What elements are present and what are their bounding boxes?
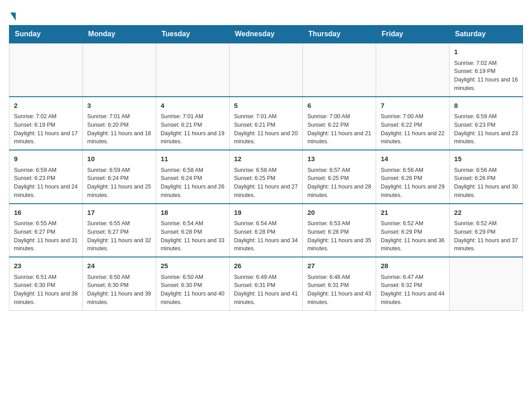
day-number: 14 — [381, 154, 445, 164]
day-info-line: Sunset: 6:25 PM — [307, 174, 371, 183]
day-info-line: Sunrise: 6:47 AM — [381, 273, 445, 282]
calendar-cell: 23Sunrise: 6:51 AMSunset: 6:30 PMDayligh… — [9, 257, 83, 310]
day-info-line: Sunrise: 7:01 AM — [161, 112, 225, 121]
day-info-line: Sunset: 6:24 PM — [87, 174, 151, 183]
calendar-cell — [229, 43, 303, 97]
day-info-line: Daylight: 11 hours and 36 minutes. — [381, 236, 445, 253]
day-info-line: Daylight: 11 hours and 44 minutes. — [381, 290, 445, 307]
day-number: 20 — [307, 208, 371, 218]
calendar-cell: 27Sunrise: 6:48 AMSunset: 6:31 PMDayligh… — [303, 257, 376, 310]
day-info-line: Daylight: 11 hours and 18 minutes. — [87, 129, 151, 146]
calendar-cell: 7Sunrise: 7:00 AMSunset: 6:22 PMDaylight… — [376, 97, 450, 150]
calendar-week-1: 1Sunrise: 7:02 AMSunset: 6:19 PMDaylight… — [9, 43, 523, 97]
day-info-line: Sunset: 6:32 PM — [381, 281, 445, 290]
day-number: 25 — [161, 261, 225, 271]
day-number: 21 — [381, 208, 445, 218]
day-info-line: Sunrise: 6:56 AM — [454, 166, 518, 175]
weekday-header-sunday: Sunday — [9, 26, 83, 43]
day-info-line: Sunset: 6:28 PM — [307, 228, 371, 236]
day-number: 5 — [234, 101, 298, 111]
calendar-cell — [156, 43, 229, 97]
day-info-line: Sunset: 6:27 PM — [14, 228, 78, 236]
day-info-line: Sunrise: 7:02 AM — [14, 112, 78, 121]
day-info-line: Sunrise: 6:58 AM — [234, 166, 298, 175]
day-info-line: Sunset: 6:19 PM — [14, 121, 78, 129]
calendar-cell: 6Sunrise: 7:00 AMSunset: 6:22 PMDaylight… — [303, 97, 376, 150]
calendar-cell: 25Sunrise: 6:50 AMSunset: 6:30 PMDayligh… — [156, 257, 229, 310]
calendar-cell — [82, 43, 156, 97]
weekday-header-wednesday: Wednesday — [229, 26, 303, 43]
day-info-line: Sunset: 6:27 PM — [87, 228, 151, 236]
day-info-line: Sunset: 6:31 PM — [307, 281, 371, 290]
day-number: 11 — [161, 154, 225, 164]
day-info-line: Daylight: 11 hours and 33 minutes. — [161, 236, 225, 253]
day-info-line: Sunrise: 6:54 AM — [161, 219, 225, 228]
day-info-line: Daylight: 11 hours and 40 minutes. — [161, 290, 225, 307]
day-info-line: Sunrise: 6:48 AM — [307, 273, 371, 282]
weekday-header-friday: Friday — [376, 26, 450, 43]
day-info-line: Sunrise: 6:50 AM — [161, 273, 225, 282]
day-info-line: Sunset: 6:20 PM — [87, 121, 151, 129]
day-number: 28 — [381, 261, 445, 271]
weekday-header-monday: Monday — [82, 26, 156, 43]
day-info-line: Daylight: 11 hours and 16 minutes. — [454, 76, 518, 93]
weekday-header-row: SundayMondayTuesdayWednesdayThursdayFrid… — [9, 26, 523, 43]
day-info-line: Sunrise: 6:59 AM — [14, 166, 78, 175]
calendar-cell: 20Sunrise: 6:53 AMSunset: 6:28 PMDayligh… — [303, 204, 376, 257]
calendar-body: 1Sunrise: 7:02 AMSunset: 6:19 PMDaylight… — [9, 43, 523, 310]
calendar-cell: 5Sunrise: 7:01 AMSunset: 6:21 PMDaylight… — [229, 97, 303, 150]
calendar-cell: 21Sunrise: 6:52 AMSunset: 6:29 PMDayligh… — [376, 204, 450, 257]
day-info-line: Sunrise: 6:58 AM — [161, 166, 225, 175]
day-info-line: Daylight: 11 hours and 41 minutes. — [234, 290, 298, 307]
day-info-line: Sunrise: 7:02 AM — [454, 59, 518, 68]
day-info-line: Sunset: 6:29 PM — [381, 228, 445, 236]
weekday-header-tuesday: Tuesday — [156, 26, 229, 43]
day-info-line: Daylight: 11 hours and 32 minutes. — [87, 236, 151, 253]
calendar-cell: 14Sunrise: 6:56 AMSunset: 6:26 PMDayligh… — [376, 150, 450, 204]
page-header — [9, 9, 523, 21]
day-info-line: Sunset: 6:26 PM — [381, 174, 445, 183]
day-number: 3 — [87, 101, 151, 111]
day-info-line: Sunrise: 6:53 AM — [307, 219, 371, 228]
day-number: 6 — [307, 101, 371, 111]
day-info-line: Daylight: 11 hours and 38 minutes. — [14, 290, 78, 307]
day-info-line: Daylight: 11 hours and 26 minutes. — [161, 183, 225, 200]
day-info-line: Sunset: 6:28 PM — [234, 228, 298, 236]
day-info-line: Daylight: 11 hours and 29 minutes. — [381, 183, 445, 200]
calendar-cell: 28Sunrise: 6:47 AMSunset: 6:32 PMDayligh… — [376, 257, 450, 310]
logo — [9, 9, 16, 21]
day-info-line: Sunset: 6:29 PM — [454, 228, 518, 236]
calendar-cell: 26Sunrise: 6:49 AMSunset: 6:31 PMDayligh… — [229, 257, 303, 310]
day-info-line: Sunrise: 6:52 AM — [381, 219, 445, 228]
calendar-cell — [9, 43, 83, 97]
calendar-week-2: 2Sunrise: 7:02 AMSunset: 6:19 PMDaylight… — [9, 97, 523, 150]
day-info-line: Sunset: 6:26 PM — [454, 174, 518, 183]
day-info-line: Daylight: 11 hours and 34 minutes. — [234, 236, 298, 253]
day-info-line: Daylight: 11 hours and 35 minutes. — [307, 236, 371, 253]
day-info-line: Sunset: 6:22 PM — [381, 121, 445, 129]
day-info-line: Sunset: 6:31 PM — [234, 281, 298, 290]
day-number: 2 — [14, 101, 78, 111]
day-info-line: Sunrise: 6:57 AM — [307, 166, 371, 175]
calendar-cell — [376, 43, 450, 97]
weekday-header-thursday: Thursday — [303, 26, 376, 43]
calendar-table: SundayMondayTuesdayWednesdayThursdayFrid… — [9, 25, 523, 311]
day-info-line: Daylight: 11 hours and 43 minutes. — [307, 290, 371, 307]
day-info-line: Daylight: 11 hours and 37 minutes. — [454, 236, 518, 253]
day-info-line: Daylight: 11 hours and 22 minutes. — [381, 129, 445, 146]
calendar-cell: 12Sunrise: 6:58 AMSunset: 6:25 PMDayligh… — [229, 150, 303, 204]
day-number: 13 — [307, 154, 371, 164]
calendar-week-4: 16Sunrise: 6:55 AMSunset: 6:27 PMDayligh… — [9, 204, 523, 257]
day-number: 22 — [454, 208, 518, 218]
day-number: 18 — [161, 208, 225, 218]
day-info-line: Sunset: 6:23 PM — [14, 174, 78, 183]
day-info-line: Sunset: 6:24 PM — [161, 174, 225, 183]
calendar-cell: 2Sunrise: 7:02 AMSunset: 6:19 PMDaylight… — [9, 97, 83, 150]
weekday-header-saturday: Saturday — [450, 26, 523, 43]
day-info-line: Sunrise: 6:59 AM — [87, 166, 151, 175]
day-info-line: Sunrise: 7:01 AM — [234, 112, 298, 121]
day-info-line: Sunrise: 6:59 AM — [454, 112, 518, 121]
day-info-line: Daylight: 11 hours and 21 minutes. — [307, 129, 371, 146]
calendar-cell: 15Sunrise: 6:56 AMSunset: 6:26 PMDayligh… — [450, 150, 523, 204]
day-number: 24 — [87, 261, 151, 271]
